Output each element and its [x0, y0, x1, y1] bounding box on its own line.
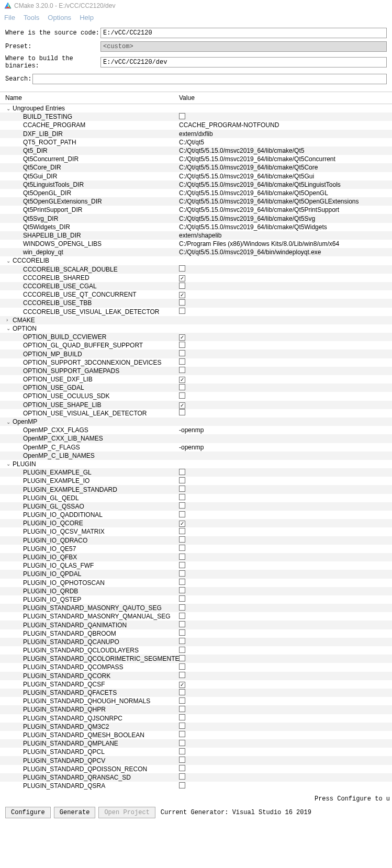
entry-value[interactable]: C:/Qt/qt5/5.15.0/msvc2019_64/bin/windepl…: [179, 249, 321, 256]
checkbox[interactable]: [179, 748, 185, 754]
checkbox[interactable]: [179, 554, 185, 560]
checkbox[interactable]: [179, 350, 185, 356]
checkbox[interactable]: [179, 689, 185, 695]
checkbox[interactable]: [179, 765, 185, 771]
cache-entry-row[interactable]: PLUGIN_STANDARD_QFACETS: [0, 689, 392, 697]
cache-entry-row[interactable]: OPTION_GL_QUAD_BUFFER_SUPPORT: [0, 341, 392, 350]
checkbox[interactable]: [179, 392, 185, 399]
cache-entry-row[interactable]: OpenMP_C_LIB_NAMES: [0, 452, 392, 460]
checkbox[interactable]: [179, 528, 185, 534]
checkbox[interactable]: [179, 604, 185, 611]
cache-entry-row[interactable]: Qt5Gui_DIRC:/Qt/qt5/5.15.0/msvc2019_64/l…: [0, 172, 392, 181]
checkbox[interactable]: [179, 731, 185, 737]
cache-entry-row[interactable]: CCCORELIB_USE_QT_CONCURRENT: [0, 290, 392, 299]
entry-value[interactable]: C:/Qt/qt5: [179, 139, 204, 146]
checkbox[interactable]: [179, 265, 185, 272]
cache-entry-row[interactable]: OPTION_USE_DXF_LIB: [0, 375, 392, 384]
entry-value[interactable]: C:/Qt/qt5/5.15.0/msvc2019_64/lib/cmake/Q…: [179, 215, 315, 222]
cache-entry-row[interactable]: PLUGIN_STANDARD_QPOISSON_RECON: [0, 765, 392, 773]
checkbox[interactable]: [179, 740, 185, 746]
entry-value[interactable]: C:/Qt/qt5/5.15.0/msvc2019_64/lib/cmake/Q…: [179, 206, 339, 213]
group-row[interactable]: ⌄CCCORELIB: [0, 256, 392, 265]
cache-entry-row[interactable]: SHAPELIB_LIB_DIRextern/shapelib: [0, 231, 392, 240]
cache-entry-row[interactable]: PLUGIN_IO_QCSV_MATRIX: [0, 527, 392, 536]
cache-entry-row[interactable]: PLUGIN_STANDARD_QCSF: [0, 680, 392, 689]
cache-entry-row[interactable]: PLUGIN_STANDARD_QCANUPO: [0, 638, 392, 646]
checkbox[interactable]: [179, 613, 185, 619]
checkbox[interactable]: [179, 714, 185, 720]
entry-value[interactable]: C:/Qt/qt5/5.15.0/msvc2019_64/lib/cmake/Q…: [179, 223, 327, 231]
group-row[interactable]: ⌄PLUGIN: [0, 460, 392, 468]
checkbox[interactable]: [179, 486, 185, 492]
cache-entry-row[interactable]: CCCORELIB_SCALAR_DOUBLE: [0, 265, 392, 274]
column-value[interactable]: Value: [177, 94, 392, 102]
checkbox[interactable]: [179, 477, 185, 483]
cache-entry-row[interactable]: PLUGIN_STANDARD_QHPR: [0, 705, 392, 714]
group-row[interactable]: ⌄OPTION: [0, 324, 392, 333]
cache-entry-row[interactable]: CCCORELIB_SHARED: [0, 274, 392, 282]
cache-entry-row[interactable]: Qt5Concurrent_DIRC:/Qt/qt5/5.15.0/msvc20…: [0, 155, 392, 163]
cache-entry-row[interactable]: PLUGIN_STANDARD_QRANSAC_SD: [0, 773, 392, 782]
cache-entry-row[interactable]: PLUGIN_IO_QPDAL: [0, 570, 392, 578]
chevron-down-icon[interactable]: ⌄: [6, 325, 13, 331]
cache-entry-row[interactable]: Qt5PrintSupport_DIRC:/Qt/qt5/5.15.0/msvc…: [0, 206, 392, 214]
entry-value[interactable]: C:/Qt/qt5/5.15.0/msvc2019_64/lib/cmake/Q…: [179, 164, 318, 171]
cache-entry-row[interactable]: PLUGIN_STANDARD_QCOMPASS: [0, 663, 392, 671]
cache-entry-row[interactable]: PLUGIN_IO_QADDITIONAL: [0, 511, 392, 519]
menu-tools[interactable]: Tools: [24, 14, 39, 21]
cache-entry-row[interactable]: PLUGIN_STANDARD_QHOUGH_NORMALS: [0, 697, 392, 705]
checkbox[interactable]: [179, 773, 185, 780]
group-row[interactable]: ⌄Ungrouped Entries: [0, 104, 392, 112]
cache-entry-row[interactable]: PLUGIN_STANDARD_QJSONRPC: [0, 714, 392, 723]
configure-button[interactable]: Configure: [5, 807, 51, 818]
cache-entry-row[interactable]: PLUGIN_STANDARD_QPCV: [0, 756, 392, 764]
checkbox[interactable]: [179, 536, 185, 543]
cache-entry-row[interactable]: Qt5Widgets_DIRC:/Qt/qt5/5.15.0/msvc2019_…: [0, 223, 392, 231]
chevron-right-icon[interactable]: ›: [6, 317, 13, 323]
checkbox[interactable]: [179, 587, 185, 593]
checkbox[interactable]: [179, 377, 185, 383]
entry-value[interactable]: C:/Qt/qt5/5.15.0/msvc2019_64/lib/cmake/Q…: [179, 155, 335, 163]
checkbox[interactable]: [179, 545, 185, 551]
checkbox[interactable]: [179, 358, 185, 365]
cache-entry-row[interactable]: PLUGIN_STANDARD_QM3C2: [0, 723, 392, 731]
cache-entry-row[interactable]: PLUGIN_EXAMPLE_STANDARD: [0, 485, 392, 493]
cache-entry-row[interactable]: PLUGIN_STANDARD_QCORK: [0, 672, 392, 680]
cache-entry-row[interactable]: OPTION_USE_VISUAL_LEAK_DETECTOR: [0, 409, 392, 418]
cache-entry-row[interactable]: Qt5_DIRC:/Qt/qt5/5.15.0/msvc2019_64/lib/…: [0, 146, 392, 155]
checkbox[interactable]: [179, 402, 185, 409]
cache-entry-row[interactable]: PLUGIN_STANDARD_QSRA: [0, 782, 392, 790]
cache-entry-row[interactable]: Qt5Core_DIRC:/Qt/qt5/5.15.0/msvc2019_64/…: [0, 163, 392, 172]
cache-entry-row[interactable]: CCCORELIB_USE_VISUAL_LEAK_DETECTOR: [0, 308, 392, 316]
checkbox[interactable]: [179, 579, 185, 585]
cache-entry-row[interactable]: PLUGIN_GL_QEDL: [0, 494, 392, 502]
checkbox[interactable]: [179, 367, 185, 373]
entry-value[interactable]: -openmp: [179, 426, 204, 434]
entry-value[interactable]: C:/Qt/qt5/5.15.0/msvc2019_64/lib/cmake/Q…: [179, 173, 314, 180]
cache-entry-row[interactable]: PLUGIN_STANDARD_QMESH_BOOLEAN: [0, 731, 392, 739]
cache-entry-row[interactable]: Qt5LinguistTools_DIRC:/Qt/qt5/5.15.0/msv…: [0, 181, 392, 189]
cache-entry-row[interactable]: PLUGIN_STANDARD_QPCL: [0, 748, 392, 756]
cache-entry-row[interactable]: PLUGIN_IO_QFBX: [0, 553, 392, 561]
entry-value[interactable]: -openmp: [179, 444, 204, 451]
preset-combo[interactable]: <custom>: [100, 41, 387, 52]
cache-entry-row[interactable]: PLUGIN_GL_QSSAO: [0, 502, 392, 511]
checkbox[interactable]: [179, 621, 185, 627]
entry-value[interactable]: CCACHE_PROGRAM-NOTFOUND: [179, 121, 279, 129]
cache-entry-row[interactable]: PLUGIN_STANDARD_MASONRY_QMANUAL_SEG: [0, 612, 392, 621]
cache-entry-row[interactable]: Qt5OpenGL_DIRC:/Qt/qt5/5.15.0/msvc2019_6…: [0, 189, 392, 197]
checkbox[interactable]: [179, 275, 185, 281]
cache-entry-row[interactable]: Qt5OpenGLExtensions_DIRC:/Qt/qt5/5.15.0/…: [0, 197, 392, 206]
checkbox[interactable]: [179, 511, 185, 517]
checkbox[interactable]: [179, 469, 185, 475]
cache-entry-row[interactable]: PLUGIN_STANDARD_QCLOUDLAYERS: [0, 646, 392, 655]
checkbox[interactable]: [179, 706, 185, 712]
menu-options[interactable]: Options: [48, 14, 71, 21]
cache-entry-row[interactable]: WINDOWS_OPENGL_LIBSC:/Program Files (x86…: [0, 240, 392, 248]
cache-entry-row[interactable]: PLUGIN_EXAMPLE_IO: [0, 477, 392, 485]
checkbox[interactable]: [179, 494, 185, 500]
chevron-down-icon[interactable]: ⌄: [6, 419, 13, 425]
cache-entry-row[interactable]: PLUGIN_IO_QDRACO: [0, 536, 392, 545]
cache-entry-row[interactable]: PLUGIN_IO_QCORE: [0, 519, 392, 527]
entry-value[interactable]: C:/Qt/qt5/5.15.0/msvc2019_64/lib/cmake/Q…: [179, 181, 341, 188]
